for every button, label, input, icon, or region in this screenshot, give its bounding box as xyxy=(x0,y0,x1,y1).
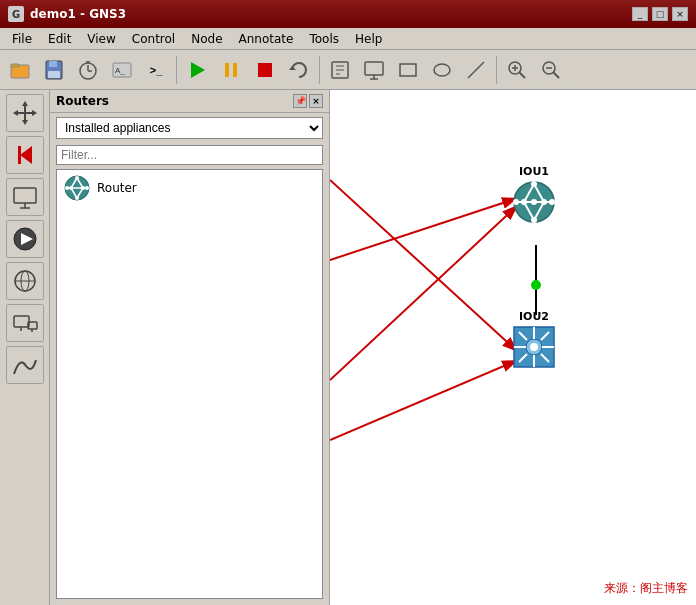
open-folder-btn[interactable] xyxy=(4,54,36,86)
svg-point-78 xyxy=(531,181,537,187)
svg-rect-20 xyxy=(365,62,383,75)
svg-point-79 xyxy=(521,199,527,205)
svg-line-68 xyxy=(330,205,518,380)
svg-line-31 xyxy=(553,72,559,78)
svg-rect-14 xyxy=(258,63,272,77)
svg-marker-37 xyxy=(13,110,18,116)
svg-rect-23 xyxy=(400,64,416,76)
menu-tools[interactable]: Tools xyxy=(301,30,347,48)
play3-btn[interactable] xyxy=(6,220,44,258)
menu-annotate[interactable]: Annotate xyxy=(231,30,302,48)
minimize-btn[interactable]: _ xyxy=(632,7,648,21)
svg-point-62 xyxy=(75,196,79,200)
play-btn[interactable] xyxy=(181,54,213,86)
svg-marker-38 xyxy=(32,110,37,116)
svg-point-80 xyxy=(541,199,547,205)
device2-btn[interactable] xyxy=(6,304,44,342)
svg-point-61 xyxy=(81,186,85,190)
menubar: File Edit View Control Node Annotate Too… xyxy=(0,28,696,50)
terminal-btn[interactable]: >_ xyxy=(140,54,172,86)
save-btn[interactable] xyxy=(38,54,70,86)
svg-point-82 xyxy=(513,199,519,205)
menu-view[interactable]: View xyxy=(79,30,123,48)
device-list: Router xyxy=(56,169,323,599)
svg-point-64 xyxy=(85,186,89,190)
panel-controls: 📌 × xyxy=(293,94,323,108)
window-title: demo1 - GNS3 xyxy=(30,7,632,21)
svg-point-24 xyxy=(434,64,450,76)
node-iou2[interactable]: IOU2 xyxy=(512,310,556,369)
menu-edit[interactable]: Edit xyxy=(40,30,79,48)
svg-rect-3 xyxy=(49,61,57,67)
filter-input[interactable] xyxy=(56,145,323,165)
menu-node[interactable]: Node xyxy=(183,30,230,48)
line-btn[interactable] xyxy=(460,54,492,86)
curve-btn[interactable] xyxy=(6,346,44,384)
svg-rect-40 xyxy=(18,146,21,164)
sep1 xyxy=(176,56,177,84)
ellipse-btn[interactable] xyxy=(426,54,458,86)
svg-text:A_: A_ xyxy=(115,66,125,75)
svg-line-25 xyxy=(468,62,484,78)
appliance-dropdown[interactable]: Installed appliances All devices Routers xyxy=(56,117,323,139)
panel-pin-btn[interactable]: 📌 xyxy=(293,94,307,108)
panel-close-btn[interactable]: × xyxy=(309,94,323,108)
svg-line-66 xyxy=(330,180,518,352)
svg-line-67 xyxy=(330,198,518,260)
canvas[interactable]: IOU1 xyxy=(330,90,696,605)
svg-point-59 xyxy=(75,176,79,180)
svg-point-60 xyxy=(69,186,73,190)
pause-btn[interactable] xyxy=(215,54,247,86)
node-iou2-label: IOU2 xyxy=(519,310,549,323)
app-icon: G xyxy=(8,6,24,22)
device-panel: Routers 📌 × Installed appliances All dev… xyxy=(50,90,330,605)
svg-rect-49 xyxy=(14,316,29,327)
sep3 xyxy=(496,56,497,84)
svg-point-84 xyxy=(531,199,537,205)
panel-title: Routers xyxy=(56,94,109,108)
stop-btn[interactable] xyxy=(249,54,281,86)
svg-marker-11 xyxy=(191,62,205,78)
monitor-btn[interactable] xyxy=(6,178,44,216)
menu-help[interactable]: Help xyxy=(347,30,390,48)
svg-point-83 xyxy=(549,199,555,205)
monitor2-btn[interactable] xyxy=(358,54,390,86)
rect-btn[interactable] xyxy=(392,54,424,86)
svg-point-95 xyxy=(530,343,538,351)
svg-rect-1 xyxy=(11,64,19,67)
menu-file[interactable]: File xyxy=(4,30,40,48)
svg-rect-4 xyxy=(48,71,60,78)
sidebar xyxy=(0,90,50,605)
titlebar: G demo1 - GNS3 _ □ × xyxy=(0,0,696,28)
svg-point-81 xyxy=(531,217,537,223)
filter-container xyxy=(56,145,323,165)
node-iou1[interactable]: IOU1 xyxy=(512,165,556,224)
svg-marker-39 xyxy=(20,146,32,164)
maximize-btn[interactable]: □ xyxy=(652,7,668,21)
network2-btn[interactable] xyxy=(6,262,44,300)
reload-btn[interactable] xyxy=(283,54,315,86)
svg-rect-13 xyxy=(233,63,237,77)
zoom-in-btn[interactable] xyxy=(501,54,533,86)
move-btn[interactable] xyxy=(6,94,44,132)
timer-btn[interactable] xyxy=(72,54,104,86)
svg-line-27 xyxy=(519,72,525,78)
svg-marker-36 xyxy=(22,120,28,125)
watermark: 来源：阁主博客 xyxy=(604,580,688,597)
main-area: Routers 📌 × Installed appliances All dev… xyxy=(0,90,696,605)
svg-line-69 xyxy=(330,360,518,440)
window-controls: _ □ × xyxy=(632,7,688,21)
console-btn[interactable]: A_ xyxy=(106,54,138,86)
edit-btn[interactable] xyxy=(324,54,356,86)
close-btn[interactable]: × xyxy=(672,7,688,21)
device-item-router[interactable]: Router xyxy=(57,170,322,206)
sep2 xyxy=(319,56,320,84)
svg-rect-12 xyxy=(225,63,229,77)
menu-control[interactable]: Control xyxy=(124,30,183,48)
zoom-out-btn[interactable] xyxy=(535,54,567,86)
router-icon xyxy=(63,174,91,202)
device-item-label: Router xyxy=(97,181,137,195)
toolbar: A_ >_ xyxy=(0,50,696,90)
back-btn[interactable] xyxy=(6,136,44,174)
panel-header: Routers 📌 × xyxy=(50,90,329,113)
